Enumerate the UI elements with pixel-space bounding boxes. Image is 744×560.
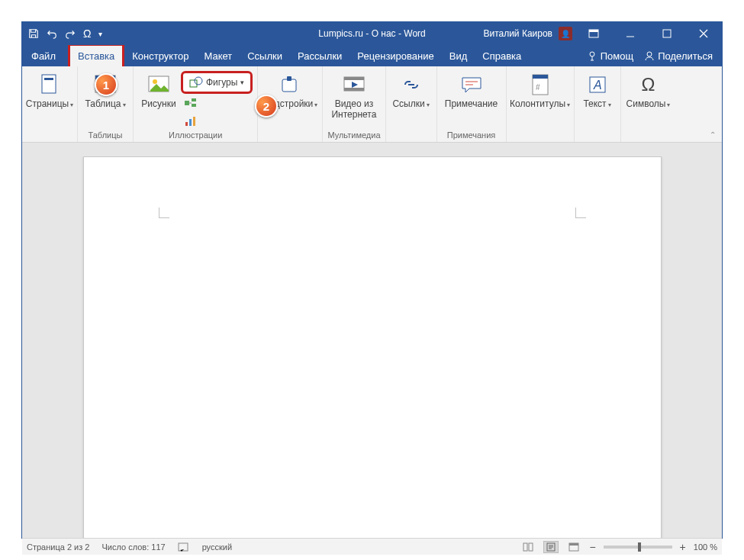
- omega-icon: Ω: [636, 72, 661, 97]
- status-page[interactable]: Страница 2 из 2: [27, 542, 89, 552]
- svg-point-10: [153, 79, 157, 84]
- svg-rect-23: [344, 88, 364, 91]
- margin-marker-right: [575, 208, 586, 218]
- tab-insert[interactable]: Вставка: [68, 43, 124, 66]
- symbol-icon[interactable]: Ω: [83, 27, 91, 40]
- pages-button[interactable]: Страницы: [27, 69, 72, 109]
- comment-button[interactable]: Примечание: [442, 69, 501, 109]
- group-links-label: [391, 140, 432, 142]
- ruler-area: [22, 143, 722, 156]
- ribbon-display-icon[interactable]: [578, 22, 609, 45]
- page-icon: [37, 72, 62, 97]
- tab-view[interactable]: Вид: [442, 45, 475, 66]
- group-media-label: Мультимедиа: [327, 130, 380, 142]
- svg-text:A: A: [593, 79, 602, 92]
- tab-layout[interactable]: Макет: [196, 45, 240, 66]
- smartart-button[interactable]: [181, 94, 253, 112]
- redo-icon[interactable]: [65, 28, 76, 39]
- header-footer-button[interactable]: # Колонтитулы: [511, 69, 569, 109]
- save-icon[interactable]: [28, 28, 39, 39]
- pictures-button[interactable]: Рисунки: [138, 69, 179, 109]
- svg-rect-5: [42, 75, 56, 93]
- svg-rect-34: [569, 543, 578, 546]
- svg-rect-31: [529, 543, 533, 551]
- smartart-icon: [184, 96, 198, 110]
- quick-access-toolbar: Ω ▾: [22, 27, 102, 40]
- links-button[interactable]: Ссылки: [391, 69, 432, 109]
- group-symbols-label: [626, 140, 672, 142]
- view-web-layout[interactable]: [566, 541, 581, 553]
- group-text-label: [579, 140, 616, 142]
- svg-rect-17: [189, 119, 192, 126]
- zoom-slider[interactable]: [604, 546, 672, 549]
- collapse-ribbon-icon[interactable]: ⌃: [710, 130, 716, 139]
- view-print-layout[interactable]: [543, 541, 559, 553]
- svg-rect-2: [663, 30, 671, 37]
- chart-icon: [184, 114, 198, 128]
- group-comments-label: Примечания: [442, 130, 501, 142]
- group-pages-label: [27, 140, 72, 142]
- svg-rect-30: [523, 543, 527, 551]
- svg-point-3: [590, 52, 594, 56]
- window-title: Lumpics.ru - О нас - Word: [318, 28, 425, 39]
- text-button[interactable]: A Текст: [579, 69, 616, 109]
- ribbon: Страницы Таблица Таблицы Рисунки: [22, 66, 722, 143]
- status-bar: Страница 2 из 2 Число слов: 117 русский …: [22, 538, 722, 555]
- video-icon: [342, 72, 366, 97]
- svg-rect-19: [282, 79, 296, 92]
- picture-icon: [147, 72, 171, 97]
- group-tables-label: Таблицы: [82, 130, 128, 142]
- link-icon: [399, 72, 424, 97]
- chart-button[interactable]: [181, 112, 253, 130]
- symbols-button[interactable]: Ω Символы: [626, 69, 672, 109]
- share-button[interactable]: Поделиться: [644, 50, 713, 62]
- callout-2: 2: [255, 95, 278, 117]
- svg-rect-6: [44, 78, 53, 80]
- status-word-count[interactable]: Число слов: 117: [101, 542, 165, 552]
- document-area[interactable]: [22, 156, 722, 538]
- group-illustrations-label: Иллюстрации: [138, 130, 253, 142]
- shapes-icon: [189, 76, 203, 89]
- svg-rect-18: [193, 117, 195, 126]
- ribbon-tabs: Файл Вставка Конструктор Макет Ссылки Ра…: [22, 45, 722, 66]
- tab-review[interactable]: Рецензирование: [349, 45, 441, 66]
- svg-rect-20: [287, 76, 291, 81]
- svg-point-4: [647, 52, 652, 56]
- svg-point-12: [195, 77, 202, 85]
- maximize-button[interactable]: [652, 22, 682, 45]
- textbox-icon: A: [585, 72, 610, 97]
- tab-references[interactable]: Ссылки: [240, 45, 290, 66]
- online-video-button[interactable]: Видео из Интернета: [330, 69, 378, 121]
- close-button[interactable]: [688, 22, 719, 45]
- tab-mailings[interactable]: Рассылки: [290, 45, 349, 66]
- svg-rect-13: [185, 101, 189, 105]
- minimize-button[interactable]: [615, 22, 646, 45]
- svg-rect-25: [533, 75, 548, 79]
- margin-marker-left: [159, 208, 169, 218]
- svg-rect-1: [589, 30, 598, 32]
- addins-icon: [278, 72, 302, 97]
- tell-me[interactable]: Помощ: [587, 50, 633, 62]
- zoom-level[interactable]: 100 %: [694, 542, 717, 552]
- callout-1: 1: [95, 73, 118, 96]
- svg-rect-14: [192, 98, 196, 101]
- header-footer-icon: #: [528, 72, 552, 97]
- qat-more-icon[interactable]: ▾: [98, 30, 102, 38]
- user-name[interactable]: Виталий Каиров: [483, 28, 552, 39]
- user-avatar-icon[interactable]: 👤: [559, 27, 572, 40]
- svg-text:#: #: [536, 83, 540, 92]
- svg-rect-15: [192, 104, 196, 107]
- document-page[interactable]: [83, 156, 662, 538]
- title-bar: Ω ▾ Lumpics.ru - О нас - Word Виталий Ка…: [22, 22, 722, 45]
- svg-rect-16: [185, 122, 188, 126]
- tab-help[interactable]: Справка: [475, 45, 529, 66]
- shapes-button[interactable]: Фигуры▾: [181, 71, 253, 94]
- undo-icon[interactable]: [47, 28, 57, 39]
- spellcheck-icon[interactable]: [178, 542, 190, 552]
- view-read-mode[interactable]: [520, 541, 536, 553]
- status-language[interactable]: русский: [202, 542, 232, 552]
- zoom-in-button[interactable]: +: [680, 541, 686, 553]
- tab-design[interactable]: Конструктор: [124, 45, 196, 66]
- tab-file[interactable]: Файл: [24, 45, 63, 66]
- zoom-out-button[interactable]: −: [589, 541, 595, 553]
